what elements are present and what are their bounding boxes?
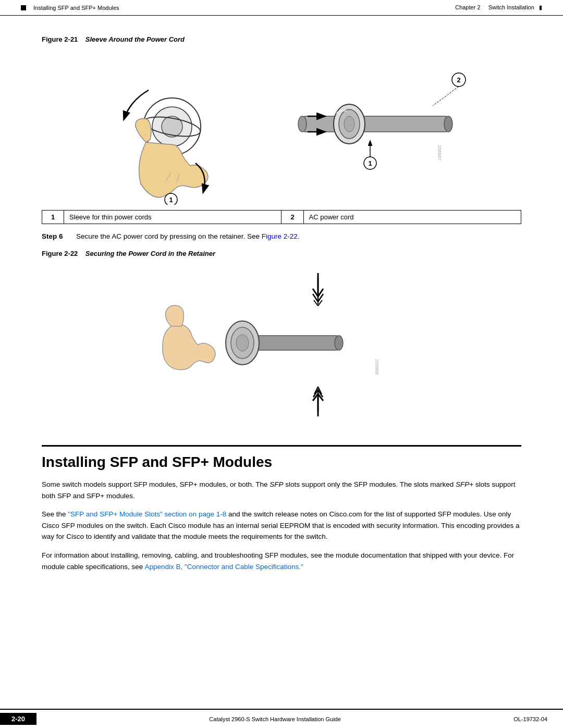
svg-text:208988: 208988	[374, 359, 380, 375]
footer-doc-number: OL-19732-04	[513, 716, 563, 722]
svg-text:1: 1	[368, 159, 372, 167]
header-left: Installing SFP and SFP+ Modules	[21, 5, 119, 11]
header-chapter: Chapter 2	[455, 4, 480, 10]
svg-text:2: 2	[457, 76, 460, 84]
svg-point-25	[236, 335, 249, 351]
page-header: Installing SFP and SFP+ Modules Chapter …	[0, 0, 563, 16]
callout-2-num: 2	[282, 211, 303, 224]
figure-21-svg: 1 2	[78, 48, 485, 205]
figure-21-callout-table: 1 Sleeve for thin power cords 2 AC power…	[42, 210, 521, 224]
svg-line-16	[433, 87, 459, 106]
header-section: Switch Installation	[488, 4, 534, 10]
svg-point-13	[344, 116, 354, 132]
footer-guide-title: Catalyst 2960-S Switch Hardware Installa…	[36, 716, 513, 722]
svg-text:208987: 208987	[437, 145, 442, 161]
body-para-1: Some switch models support SFP modules, …	[42, 479, 521, 501]
callout-1-label: Sleeve for thin power cords	[64, 211, 282, 224]
header-breadcrumb: Installing SFP and SFP+ Modules	[33, 5, 119, 11]
callout-2-label: AC power cord	[303, 211, 521, 224]
figure-22-link[interactable]: Figure 2-22	[262, 232, 298, 240]
figure-21-area: 1 2	[42, 48, 521, 205]
step-6-line: Step 6 Secure the AC power cord by press…	[42, 232, 521, 240]
step-6-text: Secure the AC power cord by pressing on …	[76, 232, 300, 240]
body-para-3: For information about installing, removi…	[42, 550, 521, 572]
svg-point-22	[335, 336, 343, 350]
svg-point-10	[298, 116, 307, 132]
callout-1-num: 1	[42, 211, 64, 224]
section-heading: Installing SFP and SFP+ Modules	[42, 445, 521, 471]
figure-22-svg: 208988	[151, 263, 412, 429]
figure-21-label: Figure 2-21 Sleeve Around the Power Cord	[42, 35, 521, 43]
sfp-slots-link[interactable]: "SFP and SFP+ Module Slots" section on p…	[68, 510, 226, 518]
body-para-2: See the "SFP and SFP+ Module Slots" sect…	[42, 509, 521, 542]
step-6-label: Step 6	[42, 232, 68, 240]
svg-text:1: 1	[169, 196, 173, 204]
header-right: Chapter 2 Switch Installation ▮	[455, 4, 542, 11]
footer-page-number: 2-20	[0, 713, 36, 725]
callout-row-1: 1 Sleeve for thin power cords 2 AC power…	[42, 211, 521, 224]
svg-point-9	[444, 116, 452, 132]
svg-rect-8	[302, 116, 448, 132]
page-footer: 2-20 Catalyst 2960-S Switch Hardware Ins…	[0, 709, 563, 728]
header-square-icon	[21, 5, 26, 10]
appendix-b-link[interactable]: Appendix B, "Connector and Cable Specifi…	[144, 563, 303, 571]
figure-22-label: Figure 2-22 Securing the Power Cord in t…	[42, 250, 521, 257]
figure-22-area: 208988	[42, 263, 521, 429]
main-content: Figure 2-21 Sleeve Around the Power Cord	[0, 16, 563, 611]
